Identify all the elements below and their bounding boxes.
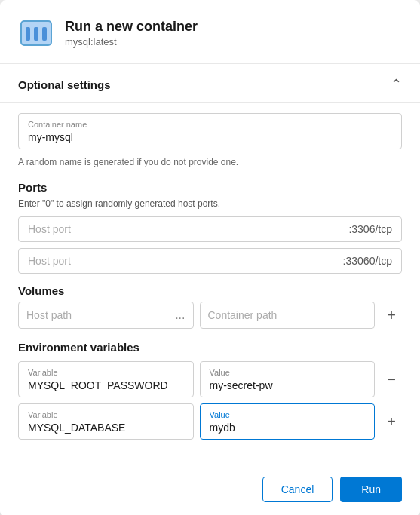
- container-name-label: Container name: [28, 120, 392, 129]
- container-path-placeholder: Container path: [208, 309, 277, 321]
- env-val-field-1: Value: [200, 361, 376, 397]
- dialog-title: Run a new container: [65, 19, 198, 35]
- svg-rect-2: [34, 27, 38, 41]
- browse-icon[interactable]: ...: [175, 308, 185, 322]
- env-val-input-2[interactable]: [210, 422, 366, 434]
- cancel-button[interactable]: Cancel: [262, 477, 333, 502]
- env-var-input-1[interactable]: [28, 379, 184, 391]
- port-suffix-2: :33060/tcp: [343, 255, 392, 267]
- env-section-title: Environment variables: [18, 341, 402, 354]
- optional-settings-section: Optional settings ⌃: [18, 64, 402, 102]
- env-var-input-wrapper-2: Variable: [18, 403, 194, 440]
- container-name-field: Container name: [18, 113, 402, 149]
- ports-hint: Enter "0" to assign randomly generated h…: [18, 198, 402, 209]
- env-val-label-2: Value: [210, 410, 366, 419]
- add-env-button[interactable]: +: [381, 411, 402, 432]
- container-name-field-group: Container name A random name is generate…: [18, 113, 402, 167]
- env-val-input-1[interactable]: [210, 379, 366, 391]
- env-row-2: Variable Value +: [18, 403, 402, 440]
- section-divider: [0, 102, 420, 103]
- env-var-field-1: Variable: [18, 361, 194, 397]
- container-icon: [18, 15, 54, 51]
- volumes-title: Volumes: [18, 284, 402, 297]
- container-name-hint: A random name is generated if you do not…: [18, 157, 402, 167]
- host-port-placeholder-2: Host port: [28, 255, 71, 267]
- ports-title: Ports: [18, 181, 402, 194]
- port-suffix-1: :3306/tcp: [348, 223, 392, 235]
- env-var-field-2: Variable: [18, 403, 194, 440]
- env-var-label-2: Variable: [28, 410, 184, 419]
- header-text: Run a new container mysql:latest: [65, 19, 198, 48]
- env-val-label-1: Value: [210, 368, 366, 377]
- svg-rect-3: [42, 27, 47, 41]
- volumes-row: Host path ... Container path +: [18, 302, 402, 329]
- svg-rect-1: [26, 27, 30, 41]
- add-volume-button[interactable]: +: [381, 305, 402, 326]
- host-port-placeholder-1: Host port: [28, 223, 71, 235]
- optional-settings-title: Optional settings: [18, 78, 111, 91]
- dialog-body: Optional settings ⌃ Container name A ran…: [0, 64, 420, 464]
- env-var-label-1: Variable: [28, 368, 184, 377]
- container-path-field[interactable]: Container path: [200, 302, 376, 329]
- env-val-input-wrapper-2: Value: [200, 403, 376, 440]
- port-row-1: Host port :3306/tcp: [18, 216, 402, 242]
- env-val-input-wrapper-1: Value: [200, 361, 376, 397]
- dialog-footer: Cancel Run: [0, 464, 420, 515]
- env-val-field-2: Value: [200, 403, 376, 440]
- remove-env-button-1[interactable]: −: [381, 369, 402, 390]
- host-path-placeholder: Host path: [26, 309, 170, 321]
- env-var-input-2[interactable]: [28, 422, 184, 434]
- container-name-input[interactable]: [28, 131, 392, 143]
- chevron-up-icon[interactable]: ⌃: [391, 76, 402, 93]
- env-var-input-wrapper-1: Variable: [18, 361, 194, 397]
- run-container-dialog: Run a new container mysql:latest Optiona…: [0, 0, 420, 515]
- dialog-header: Run a new container mysql:latest: [0, 0, 420, 64]
- port-row-2: Host port :33060/tcp: [18, 248, 402, 274]
- env-row-1: Variable Value −: [18, 361, 402, 397]
- dialog-subtitle: mysql:latest: [65, 36, 198, 48]
- run-button[interactable]: Run: [340, 477, 402, 502]
- host-path-field[interactable]: Host path ...: [18, 302, 194, 329]
